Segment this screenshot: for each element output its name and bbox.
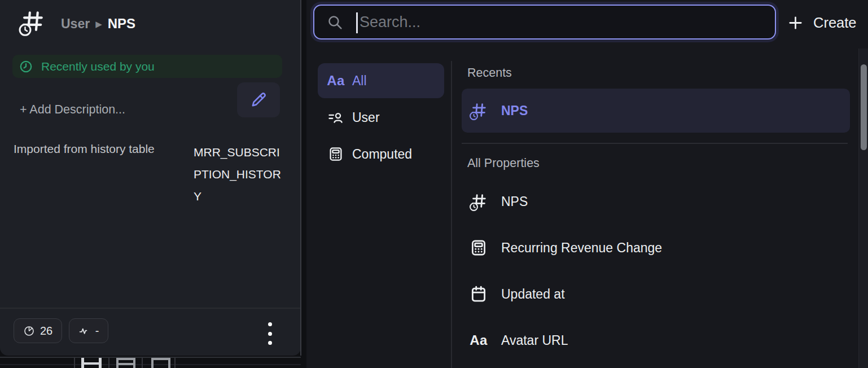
- clock-icon: [19, 60, 33, 73]
- users-icon: [326, 108, 345, 127]
- recently-used-badge: Recently used by you: [12, 55, 282, 78]
- filter-item[interactable]: Aa All: [318, 63, 444, 98]
- filter-item-label: User: [352, 110, 380, 125]
- create-button-label: Create: [813, 15, 857, 31]
- results-panel: Recents NPS All Properties NPS Recurring: [462, 61, 858, 368]
- property-item-label: Recurring Revenue Change: [501, 240, 662, 256]
- aa-text-icon: Aa: [326, 71, 345, 90]
- background-toolbar: [0, 356, 301, 368]
- scrollbar-thumb[interactable]: [861, 64, 867, 150]
- count-value: 26: [40, 325, 52, 338]
- property-item-label: Avatar URL: [501, 333, 568, 348]
- more-options-button[interactable]: [265, 322, 274, 345]
- filter-column: Aa All User Computed: [318, 63, 444, 173]
- calendar-icon: [468, 284, 489, 304]
- search-box: [313, 5, 776, 40]
- import-source-label: Imported from history table: [14, 142, 155, 156]
- recent-item[interactable]: NPS: [462, 89, 850, 133]
- scrollbar-track[interactable]: [858, 49, 868, 368]
- recently-used-label: Recently used by you: [41, 60, 155, 73]
- hash-clock-icon: [468, 100, 489, 121]
- aa-text-icon: Aa: [468, 330, 489, 351]
- divider: [0, 357, 301, 358]
- import-source-value: MRR_SUBSCRIPTION_HISTORY: [194, 141, 281, 207]
- property-detail-panel: User ▶ NPS Recently used by you + Add De…: [0, 0, 301, 356]
- breadcrumb-current: NPS: [108, 16, 135, 32]
- trend-value: -: [95, 325, 99, 338]
- property-item[interactable]: NPS: [462, 178, 850, 225]
- pencil-icon: [249, 91, 268, 109]
- all-properties-list: NPS Recurring Revenue Change Updated at …: [462, 178, 850, 363]
- recent-item-label: NPS: [501, 103, 528, 119]
- search-input[interactable]: [314, 6, 775, 38]
- property-item[interactable]: Recurring Revenue Change: [462, 225, 850, 271]
- count-pill-button[interactable]: 26: [14, 318, 62, 343]
- property-item[interactable]: Aa Avatar URL: [462, 317, 850, 363]
- breadcrumb: User ▶ NPS: [61, 16, 135, 32]
- hash-clock-icon: [468, 191, 489, 212]
- filter-item[interactable]: User: [318, 100, 444, 135]
- create-button[interactable]: Create: [787, 9, 868, 36]
- edit-button[interactable]: [237, 82, 280, 117]
- pulse-icon: [78, 325, 90, 337]
- divider: [451, 61, 452, 368]
- filter-item-label: Computed: [352, 147, 412, 162]
- pie-icon: [23, 325, 35, 337]
- add-description-button[interactable]: + Add Description...: [20, 103, 125, 117]
- property-item[interactable]: Updated at: [462, 271, 850, 317]
- divider: [74, 358, 75, 368]
- all-properties-section-label: All Properties: [467, 156, 540, 170]
- column-icon: [151, 358, 170, 368]
- column-icon: [116, 358, 135, 368]
- hash-clock-icon: [18, 8, 46, 36]
- filter-item[interactable]: Computed: [318, 137, 444, 172]
- property-item-label: NPS: [501, 194, 528, 209]
- divider: [108, 358, 109, 368]
- app-root: User ▶ NPS Recently used by you + Add De…: [0, 0, 868, 368]
- panel-border: [300, 0, 301, 356]
- search-overlay: Create Aa All User Computed Recents: [306, 0, 868, 368]
- divider: [174, 358, 176, 368]
- trend-pill-button[interactable]: -: [69, 318, 108, 343]
- calculator-icon: [468, 238, 489, 258]
- plus-icon: [787, 15, 804, 31]
- divider: [142, 358, 143, 368]
- property-item-label: Updated at: [501, 287, 565, 302]
- column-icon: [81, 358, 102, 368]
- calculator-icon: [326, 144, 345, 164]
- breadcrumb-parent[interactable]: User: [61, 16, 90, 32]
- recents-list: NPS: [462, 89, 850, 133]
- divider: [0, 364, 301, 365]
- filter-item-label: All: [352, 73, 367, 89]
- recents-section-label: Recents: [467, 66, 512, 80]
- chevron-right-icon: ▶: [95, 19, 102, 29]
- divider: [0, 308, 301, 309]
- divider: [462, 143, 848, 144]
